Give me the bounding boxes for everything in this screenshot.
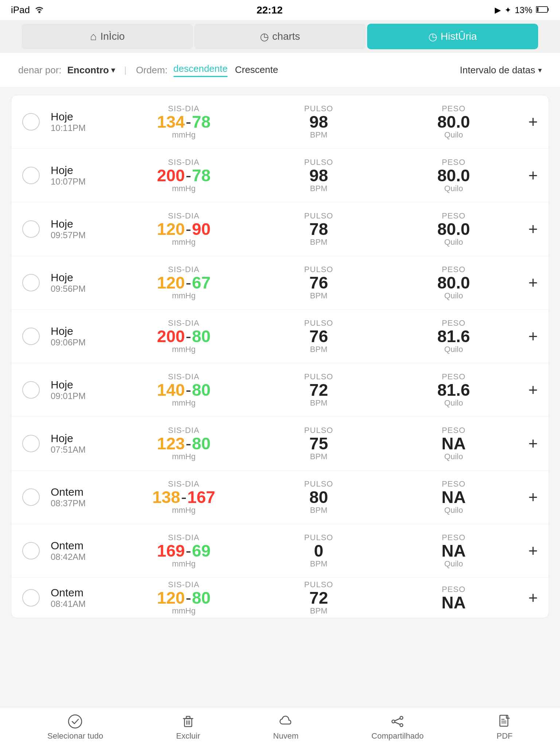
row-checkbox-7[interactable] [22,488,40,506]
row-pulso-6: PULSO 75 BPM [251,426,386,461]
row-sis-dia-3: SIS-DIA 120 - 67 mmHg [116,265,251,301]
row-checkbox-5[interactable] [22,381,40,399]
table-row: Hoje 09:06PM SIS-DIA 200 - 80 mmHg PULSO… [11,310,549,363]
row-add-4[interactable]: + [528,327,538,345]
toolbar-cloud[interactable]: Nuvem [273,714,299,741]
row-pulso-7: PULSO 80 BPM [251,479,386,515]
date-filter-label: Intervalo de datas [460,65,535,76]
row-add-9[interactable]: + [528,589,538,607]
row-sis-dia-1: SIS-DIA 200 - 78 mmHg [116,158,251,193]
row-pulso-8: PULSO 0 BPM [251,533,386,569]
row-pulso-1: PULSO 98 BPM [251,158,386,193]
order-label: Ordem: [136,65,168,76]
battery-label: 13% [515,5,532,15]
share-icon [390,714,405,729]
row-checkbox-9[interactable] [22,589,40,607]
row-add-8[interactable]: + [528,542,538,560]
share-label: Compartilhado [372,731,424,741]
row-peso-6: PESO NA Quilo [386,426,521,461]
row-date-2: Hoje 09:57PM [51,218,116,240]
tab-inicio-label: InÌcio [100,31,125,42]
group-filter[interactable]: Encontro ▾ [67,65,115,76]
row-checkbox-3[interactable] [22,274,40,291]
pdf-icon [497,714,512,729]
row-sis-dia-2: SIS-DIA 120 - 90 mmHg [116,211,251,247]
date-filter[interactable]: Intervalo de datas ▾ [460,65,542,76]
order-group: descendente Crescente [174,63,278,77]
row-checkbox-0[interactable] [22,113,40,131]
toolbar-delete[interactable]: Excluir [176,714,200,741]
row-add-3[interactable]: + [528,274,538,292]
row-add-2[interactable]: + [528,220,538,238]
row-pulso-2: PULSO 78 BPM [251,211,386,247]
row-time-1: 10:07PM [51,177,116,187]
row-peso-9: PESO NA [386,585,521,611]
clock-icon-historia: ◷ [428,31,437,43]
svg-point-11 [392,720,395,723]
sis-val-0: 134 [157,113,185,130]
home-icon: ⌂ [90,30,97,43]
row-checkbox-6[interactable] [22,435,40,452]
svg-rect-1 [548,8,549,11]
row-pulso-3: PULSO 76 BPM [251,265,386,301]
row-peso-5: PESO 81.6 Quilo [386,372,521,408]
group-value: Encontro [67,65,109,76]
tab-historia[interactable]: ◷ HistÛria [367,24,538,49]
table-row: Hoje 09:57PM SIS-DIA 120 - 90 mmHg PULSO… [11,202,549,256]
table-row: Hoje 09:56PM SIS-DIA 120 - 67 mmHg PULSO… [11,256,549,310]
svg-rect-6 [186,716,190,719]
svg-point-10 [400,716,403,719]
records-list: Hoje 10:11PM SIS-DIA 134 - 78 mmHg PULSO… [11,95,549,618]
svg-line-13 [395,719,400,721]
row-pulso-9: PULSO 72 BPM [251,580,386,616]
row-checkbox-4[interactable] [22,328,40,345]
row-date-0: Hoje 10:11PM [51,111,116,133]
toolbar-share[interactable]: Compartilhado [372,714,424,741]
filter-bar: denar por: Encontro ▾ | Ordem: descenden… [0,53,560,88]
cloud-label: Nuvem [273,731,299,741]
row-peso-0: PESO 80.0 Quilo [386,104,521,140]
row-sis-dia-5: SIS-DIA 140 - 80 mmHg [116,372,251,408]
tab-charts-label: charts [272,31,300,42]
row-add-0[interactable]: + [528,113,538,131]
table-row: Hoje 10:07PM SIS-DIA 200 - 78 mmHg PULSO… [11,149,549,202]
cloud-icon [278,714,293,729]
row-sis-dia-8: SIS-DIA 169 - 69 mmHg [116,533,251,569]
row-sis-dia-4: SIS-DIA 200 - 80 mmHg [116,318,251,354]
row-date-7: Ontem 08:37PM [51,486,116,508]
tab-charts[interactable]: ◷ charts [194,24,365,49]
sis-dia-unit-0: mmHg [116,130,251,140]
row-peso-3: PESO 80.0 Quilo [386,265,521,301]
tab-historia-label: HistÛria [441,31,477,42]
row-checkbox-1[interactable] [22,167,40,184]
group-label: denar por: [18,65,62,76]
svg-point-12 [400,724,403,727]
date-chevron: ▾ [538,66,542,74]
order-crescente[interactable]: Crescente [235,64,278,77]
ipad-label: iPad [11,4,30,16]
pdf-label: PDF [497,731,513,741]
row-date-9: Ontem 08:41AM [51,587,116,609]
row-day-1: Hoje [51,164,116,177]
bottom-toolbar: Selecionar tudo Excluir Nuvem Compartilh… [0,707,560,747]
row-add-1[interactable]: + [528,166,538,185]
row-checkbox-2[interactable] [22,220,40,238]
row-add-7[interactable]: + [528,488,538,506]
order-descendente[interactable]: descendente [174,63,228,77]
row-checkbox-8[interactable] [22,542,40,560]
toolbar-pdf[interactable]: PDF [497,714,513,741]
row-add-6[interactable]: + [528,434,538,453]
table-row: Ontem 08:42AM SIS-DIA 169 - 69 mmHg PULS… [11,524,549,578]
row-pulso-5: PULSO 72 BPM [251,372,386,408]
table-row: Ontem 08:41AM SIS-DIA 120 - 80 mmHg PULS… [11,578,549,618]
row-day-0: Hoje [51,111,116,123]
svg-rect-2 [537,7,538,12]
dia-val-1: 78 [192,167,211,184]
time-display: 22:12 [257,4,283,16]
tab-inicio[interactable]: ⌂ InÌcio [22,24,193,49]
row-sis-dia-0: SIS-DIA 134 - 78 mmHg [116,104,251,140]
row-peso-7: PESO NA Quilo [386,479,521,515]
row-date-3: Hoje 09:56PM [51,271,116,294]
toolbar-select-all[interactable]: Selecionar tudo [47,714,103,741]
row-add-5[interactable]: + [528,381,538,399]
